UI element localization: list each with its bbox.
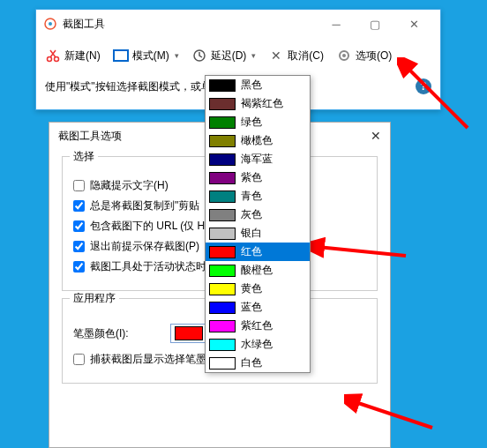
dialog-title: 截图工具选项 — [58, 129, 122, 144]
color-label: 紫色 — [241, 170, 262, 185]
color-label: 青色 — [241, 189, 262, 204]
annotation-arrow — [344, 392, 441, 437]
color-label: 绿色 — [241, 115, 262, 130]
color-label: 白色 — [241, 355, 262, 370]
color-option[interactable]: 海军蓝 — [206, 150, 310, 168]
annotation-arrow — [397, 57, 476, 137]
cb-include-url-label: 包含截图下的 URL (仅 H — [90, 219, 205, 234]
cb-show-ink-label: 捕获截图后显示选择笔墨(O) — [90, 352, 221, 367]
color-swatch — [209, 357, 236, 370]
scissors-icon — [45, 48, 61, 63]
color-option[interactable]: 紫红色 — [206, 317, 310, 335]
svg-point-1 — [49, 22, 52, 26]
color-dropdown[interactable]: 黑色褐紫红色绿色橄榄色海军蓝紫色青色灰色银白红色酸橙色黄色蓝色紫红色水绿色白色 — [205, 75, 311, 373]
cancel-icon: ✕ — [268, 48, 284, 63]
color-label: 黄色 — [241, 281, 262, 296]
color-option[interactable]: 黑色 — [206, 76, 310, 94]
toolbar: 新建(N) 模式(M) ▾ 延迟(D) ▾ ✕ 取消(C) 选项(O) — [36, 38, 440, 73]
maximize-button[interactable]: ▢ — [356, 11, 394, 36]
chevron-down-icon: ▾ — [175, 51, 179, 60]
color-option[interactable]: 橄榄色 — [206, 131, 310, 150]
window-controls: ─ ▢ ✕ — [317, 11, 433, 36]
color-swatch — [209, 98, 236, 110]
new-button[interactable]: 新建(N) — [40, 44, 106, 67]
group-app-title: 应用程序 — [70, 291, 119, 306]
annotation-arrow — [309, 220, 415, 265]
color-label: 灰色 — [241, 207, 262, 222]
combo-swatch — [175, 326, 203, 340]
color-option[interactable]: 黄色 — [206, 280, 310, 298]
cb-prompt-save[interactable] — [73, 241, 85, 252]
color-option[interactable]: 青色 — [206, 187, 310, 205]
minimize-button[interactable]: ─ — [317, 11, 356, 36]
color-swatch — [209, 209, 236, 221]
color-label: 橄榄色 — [241, 133, 273, 148]
cancel-label: 取消(C) — [288, 49, 324, 63]
app-icon — [43, 17, 57, 31]
color-swatch — [209, 79, 236, 92]
color-option[interactable]: 褐紫红色 — [206, 94, 310, 113]
delay-label: 延迟(D) — [211, 49, 247, 63]
new-label: 新建(N) — [64, 49, 101, 63]
svg-line-10 — [406, 66, 468, 128]
hint-text: 使用"模式"按钮选择截图模式，或单 — [45, 79, 212, 94]
color-swatch — [209, 302, 236, 314]
cb-show-ink[interactable] — [73, 354, 85, 365]
cb-active-state-label: 截图工具处于活动状态时 — [90, 259, 206, 274]
color-label: 黑色 — [241, 78, 262, 93]
cb-active-state[interactable] — [73, 261, 85, 273]
color-option[interactable]: 白色 — [206, 354, 310, 372]
color-swatch — [209, 172, 236, 184]
color-option[interactable]: 蓝色 — [206, 298, 310, 317]
color-option[interactable]: 水绿色 — [206, 335, 310, 354]
window-title: 截图工具 — [63, 17, 317, 32]
rectangle-icon — [113, 48, 129, 63]
color-label: 褐紫红色 — [241, 96, 283, 111]
color-swatch — [209, 135, 236, 147]
color-label: 紫红色 — [241, 318, 273, 333]
color-option[interactable]: 绿色 — [206, 113, 310, 131]
svg-rect-4 — [114, 50, 128, 61]
color-swatch — [209, 320, 236, 332]
delay-button[interactable]: 延迟(D) ▾ — [186, 44, 262, 67]
color-swatch — [209, 228, 236, 240]
group-select-title: 选择 — [70, 149, 98, 164]
mode-button[interactable]: 模式(M) ▾ — [108, 44, 184, 67]
cb-hide-hint[interactable] — [73, 180, 85, 191]
color-option[interactable]: 酸橙色 — [206, 261, 310, 280]
cb-copy-clip-label: 总是将截图复制到"剪贴 — [90, 198, 199, 213]
svg-point-7 — [342, 54, 346, 57]
svg-line-8 — [318, 247, 406, 256]
ink-color-label: 笔墨颜色(I): — [73, 326, 170, 341]
color-label: 蓝色 — [241, 300, 262, 315]
options-button[interactable]: 选项(O) — [331, 44, 397, 67]
color-option[interactable]: 红色 — [206, 243, 310, 261]
close-button[interactable]: ✕ — [394, 11, 433, 36]
color-option[interactable]: 紫色 — [206, 168, 310, 187]
color-label: 银白 — [241, 226, 262, 241]
cb-copy-clip[interactable] — [73, 200, 85, 212]
color-swatch — [209, 265, 236, 277]
titlebar: 截图工具 ─ ▢ ✕ — [36, 10, 440, 38]
color-option[interactable]: 银白 — [206, 224, 310, 243]
color-swatch — [209, 339, 236, 351]
close-icon[interactable]: ✕ — [371, 129, 381, 143]
cb-include-url[interactable] — [73, 220, 85, 232]
mode-label: 模式(M) — [132, 49, 169, 63]
cb-prompt-save-label: 退出前提示保存截图(P) — [90, 239, 199, 254]
color-label: 酸橙色 — [241, 263, 273, 278]
color-swatch — [209, 190, 236, 203]
color-swatch — [209, 283, 236, 295]
color-label: 红色 — [241, 244, 262, 259]
svg-line-9 — [353, 401, 432, 428]
color-swatch — [209, 246, 236, 258]
color-label: 水绿色 — [241, 337, 273, 352]
cb-hide-hint-label: 隐藏提示文字(H) — [90, 178, 169, 193]
color-swatch — [209, 153, 236, 166]
color-label: 海军蓝 — [241, 152, 273, 167]
clock-icon — [191, 48, 207, 63]
color-option[interactable]: 灰色 — [206, 205, 310, 224]
cancel-button[interactable]: ✕ 取消(C) — [263, 44, 329, 67]
gear-icon — [336, 48, 352, 63]
color-swatch — [209, 116, 236, 129]
